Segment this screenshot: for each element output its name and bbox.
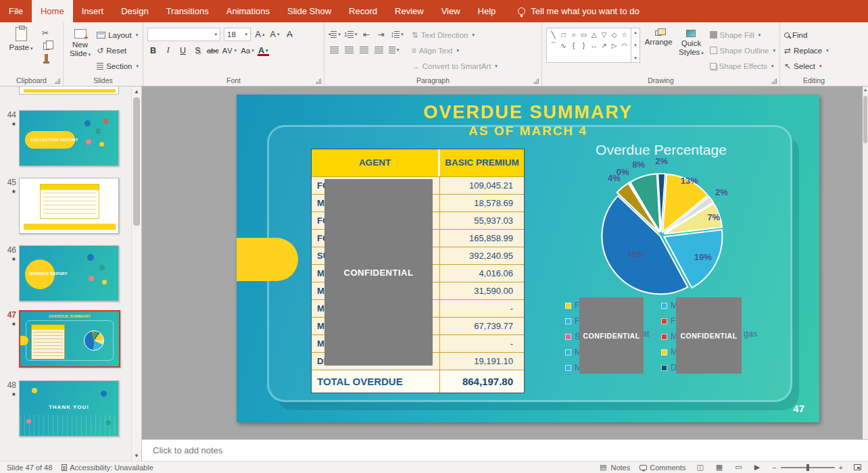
change-case-button[interactable]: Aa▾ bbox=[241, 44, 254, 57]
text-direction-button[interactable]: ⇅Text Direction▾ bbox=[412, 28, 498, 41]
slide-subtitle[interactable]: AS OF MARCH 4 bbox=[237, 124, 819, 139]
tell-me-box[interactable]: Tell me what you want to do bbox=[518, 0, 639, 22]
slide-thumbnail-47[interactable]: 47★ OVERDUE SUMMARY bbox=[19, 310, 120, 368]
slide-thumbnail-46[interactable]: 46★ OVERDUE REPORT bbox=[19, 245, 120, 301]
accessibility-button[interactable]: Accessibility: Unavailable bbox=[62, 464, 153, 472]
align-center-button[interactable] bbox=[343, 43, 355, 56]
shape-icon-5[interactable]: ▽ bbox=[602, 31, 607, 39]
tab-file[interactable]: File bbox=[0, 0, 32, 22]
shapes-gallery-scroll[interactable]: ▴▾▾ bbox=[631, 28, 640, 62]
bullets-button[interactable]: •▾ bbox=[329, 28, 341, 41]
tab-animations[interactable]: Animations bbox=[218, 0, 279, 22]
slide-thumbnail-45[interactable]: 45★ bbox=[19, 178, 120, 234]
shape-icon-12[interactable]: ↔ bbox=[591, 42, 598, 49]
strikethrough-button[interactable]: abc bbox=[207, 44, 219, 57]
line-spacing-button[interactable]: ↕▾ bbox=[390, 28, 404, 41]
paragraph-dialog-launcher[interactable] bbox=[533, 78, 539, 84]
premium-cell[interactable]: 18,578.69 bbox=[440, 195, 524, 211]
decrease-indent-button[interactable]: ⇤ bbox=[360, 28, 372, 41]
font-size-combo[interactable]: 18▾ bbox=[224, 28, 251, 41]
align-text-button[interactable]: ≡Align Text▾ bbox=[412, 44, 498, 57]
slide-sorter-view-button[interactable]: ▦ bbox=[715, 463, 724, 472]
text-shadow-button[interactable]: S bbox=[192, 44, 203, 57]
font-dialog-launcher[interactable] bbox=[316, 78, 321, 84]
shape-icon-1[interactable]: □ bbox=[561, 31, 565, 39]
shape-icon-9[interactable]: ∿ bbox=[560, 42, 566, 49]
copy-icon[interactable] bbox=[43, 43, 49, 50]
select-button[interactable]: ↖Select▾ bbox=[784, 59, 829, 72]
zoom-slider[interactable] bbox=[781, 467, 835, 468]
chart-legend-right[interactable]: MFMMD bbox=[661, 301, 677, 372]
slideshow-button[interactable]: ▶ bbox=[753, 463, 761, 472]
tab-home[interactable]: Home bbox=[32, 0, 73, 22]
underline-button[interactable]: U bbox=[177, 44, 189, 57]
align-left-button[interactable] bbox=[329, 43, 340, 56]
fit-to-window-button[interactable] bbox=[854, 464, 861, 470]
pie-chart[interactable]: 8%2%13%2%7%19%45%4%0% bbox=[583, 157, 740, 314]
slide-thumbnail-48[interactable]: 48★ THANK YOU! bbox=[19, 380, 120, 437]
font-color-button[interactable]: A▾ bbox=[258, 44, 269, 57]
replace-button[interactable]: ⇄Replace▾ bbox=[784, 44, 829, 57]
scroll-down-icon[interactable]: ▼ bbox=[132, 453, 141, 459]
increase-indent-button[interactable]: ⇥ bbox=[375, 28, 387, 41]
premium-cell[interactable]: 55,937.03 bbox=[440, 212, 524, 229]
shape-icon-13[interactable]: ↗ bbox=[601, 42, 606, 49]
bold-button[interactable]: B bbox=[147, 44, 159, 57]
shapes-gallery[interactable]: ╲□○▭△▽◇☆⌒∿{}↔↗▷◠ ▴▾▾ bbox=[546, 28, 640, 63]
legend-item[interactable]: F bbox=[661, 316, 677, 326]
tab-insert[interactable]: Insert bbox=[73, 0, 113, 22]
tab-transitions[interactable]: Transitions bbox=[158, 0, 218, 22]
shape-icon-3[interactable]: ▭ bbox=[581, 31, 587, 39]
slide-thumbnail-43-partial[interactable] bbox=[19, 86, 119, 95]
comments-button[interactable]: Comments bbox=[640, 464, 685, 472]
notes-toggle-button[interactable]: ▤ Notes bbox=[598, 463, 630, 472]
slide-47[interactable]: OVERDUE SUMMARY AS OF MARCH 4 AGENT BASI… bbox=[237, 95, 819, 422]
premium-cell[interactable]: - bbox=[440, 335, 524, 352]
premium-cell[interactable]: 4,016.06 bbox=[440, 265, 524, 282]
scrollbar-thumb[interactable] bbox=[863, 96, 867, 143]
pie-chart-svg[interactable] bbox=[583, 157, 740, 314]
arrange-button[interactable]: Arrange bbox=[644, 24, 673, 75]
normal-view-button[interactable]: ◫ bbox=[695, 463, 704, 472]
paste-button[interactable]: Paste▾ bbox=[4, 24, 38, 75]
tab-record[interactable]: Record bbox=[340, 0, 386, 22]
premium-cell[interactable]: - bbox=[440, 300, 524, 317]
zoom-slider-thumb[interactable] bbox=[806, 464, 809, 471]
columns-button[interactable]: ▾ bbox=[388, 43, 400, 56]
shape-icon-15[interactable]: ◠ bbox=[621, 42, 627, 49]
shape-effects-button[interactable]: Shape Effects▾ bbox=[710, 59, 775, 72]
premium-cell[interactable]: 109,045.21 bbox=[440, 177, 524, 194]
new-slide-button[interactable]: New Slide▾ bbox=[68, 24, 93, 75]
numbering-button[interactable]: 1▾ bbox=[344, 28, 358, 41]
shape-icon-6[interactable]: ◇ bbox=[612, 31, 617, 39]
shape-icon-10[interactable]: { bbox=[573, 42, 575, 49]
shape-fill-button[interactable]: Shape Fill▾ bbox=[710, 28, 775, 41]
zoom-in-button[interactable]: + bbox=[838, 464, 844, 472]
slide-thumbnail-44[interactable]: 44★ COLLECTION REPORT bbox=[19, 110, 120, 166]
canvas-scrollbar[interactable]: ▲ bbox=[863, 86, 868, 439]
shape-icon-2[interactable]: ○ bbox=[571, 31, 575, 39]
align-right-button[interactable] bbox=[358, 43, 370, 56]
section-button[interactable]: Section▾ bbox=[97, 59, 139, 72]
font-name-combo[interactable]: ▾ bbox=[147, 28, 220, 41]
clear-formatting-button[interactable]: A bbox=[284, 28, 295, 41]
legend-item[interactable]: M bbox=[661, 332, 677, 341]
legend-item[interactable]: D bbox=[661, 363, 677, 372]
italic-button[interactable]: I bbox=[162, 44, 174, 57]
grow-font-button[interactable]: A▴ bbox=[254, 28, 266, 41]
premium-cell[interactable]: 31,590.00 bbox=[440, 282, 524, 299]
shape-icon-8[interactable]: ⌒ bbox=[550, 41, 557, 50]
legend-item[interactable]: M bbox=[661, 301, 677, 310]
thumbnail-panel-scrollbar[interactable]: ▲ ▼ bbox=[131, 86, 141, 461]
find-button[interactable]: Find bbox=[784, 28, 829, 41]
premium-cell[interactable]: 67,739.77 bbox=[440, 318, 524, 334]
zoom-out-button[interactable]: − bbox=[771, 464, 777, 472]
clipboard-dialog-launcher[interactable] bbox=[55, 78, 60, 84]
tab-slide-show[interactable]: Slide Show bbox=[279, 0, 340, 22]
quick-styles-button[interactable]: Quick Styles▾ bbox=[677, 24, 705, 75]
slide-title[interactable]: OVERDUE SUMMARY bbox=[237, 102, 819, 123]
shape-outline-button[interactable]: Shape Outline▾ bbox=[710, 44, 775, 57]
scrollbar-thumb[interactable] bbox=[133, 97, 140, 226]
shape-icon-7[interactable]: ☆ bbox=[621, 31, 627, 39]
convert-smartart-button[interactable]: →Convert to SmartArt▾ bbox=[412, 59, 498, 72]
